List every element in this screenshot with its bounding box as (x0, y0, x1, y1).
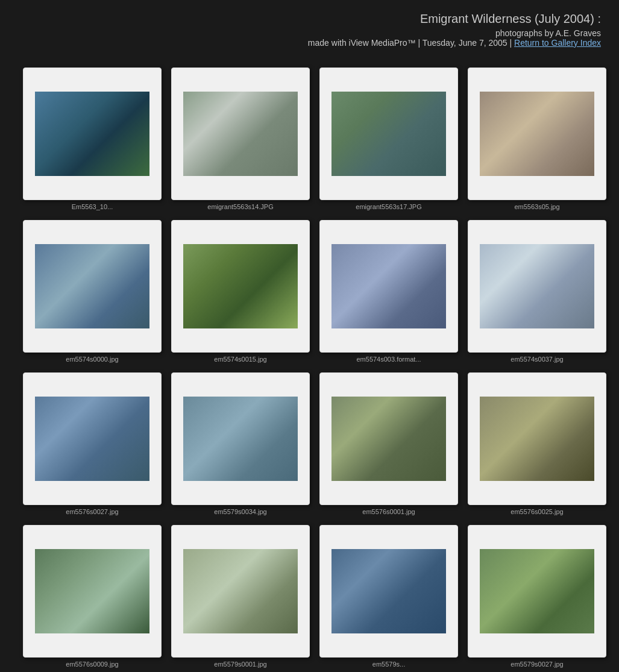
photo-thumbnail (35, 549, 149, 633)
photo-filename: em5579s0001.jpg (214, 661, 266, 668)
photo-thumbnail (480, 244, 594, 328)
gallery-cell[interactable]: em5576s0001.jpg (315, 368, 463, 520)
photo-filename: em5574s0015.jpg (214, 356, 266, 363)
photo-frame[interactable] (23, 220, 162, 353)
photo-frame[interactable] (319, 220, 458, 353)
photo-filename: Em5563_10... (72, 203, 113, 210)
photo-frame[interactable] (319, 68, 458, 200)
photo-filename: em5574s0000.jpg (66, 356, 118, 363)
photographer-credit: photographs by A.E. Graves (495, 28, 601, 38)
photo-filename: emigrant5563s17.JPG (356, 203, 421, 210)
photo-filename: em5579s0034.jpg (214, 508, 266, 515)
gallery-cell[interactable]: em5574s0037.jpg (463, 215, 611, 368)
photo-filename: em5576s0025.jpg (511, 508, 563, 515)
gallery-cell[interactable]: em5574s003.format... (315, 215, 463, 368)
gallery-cell[interactable]: Em5563_10... (18, 63, 166, 215)
photo-frame[interactable] (171, 68, 310, 200)
gallery-cell[interactable]: emigrant5563s17.JPG (315, 63, 463, 215)
photo-filename: em5563s05.jpg (514, 203, 559, 210)
photo-thumbnail (183, 92, 298, 176)
gallery-cell[interactable]: em5579s0027.jpg (463, 520, 611, 672)
photo-frame[interactable] (319, 525, 458, 658)
photo-frame[interactable] (171, 525, 310, 658)
photo-frame[interactable] (23, 525, 162, 658)
gallery-cell[interactable]: em5563s05.jpg (463, 63, 611, 215)
photo-thumbnail (331, 397, 446, 481)
photo-filename: em5579s... (372, 661, 405, 668)
photo-frame[interactable] (468, 525, 606, 658)
photo-thumbnail (183, 549, 298, 633)
photo-thumbnail (480, 92, 594, 176)
photo-frame[interactable] (468, 68, 606, 200)
gallery-cell[interactable]: em5576s0009.jpg (18, 520, 166, 672)
page-header: Emigrant Wilderness (July 2004) : photog… (0, 0, 619, 57)
photo-thumbnail (183, 244, 298, 328)
photo-filename: em5574s003.format... (356, 356, 421, 363)
photo-frame[interactable] (319, 372, 458, 505)
gallery-cell[interactable]: emigrant5563s14.JPG (166, 63, 315, 215)
gallery-subtitle: photographs by A.E. Graves made with iVi… (18, 28, 601, 48)
photo-thumbnail (35, 244, 149, 328)
photo-frame[interactable] (171, 372, 310, 505)
gallery-cell[interactable]: em5579s... (315, 520, 463, 672)
gallery-title: Emigrant Wilderness (July 2004) : (18, 12, 601, 26)
photo-thumbnail (35, 92, 149, 176)
gallery-meta: made with iView MediaPro™ | Tuesday, Jun… (308, 38, 512, 48)
photo-thumbnail (331, 244, 446, 328)
photo-filename: em5576s0001.jpg (362, 508, 415, 515)
photo-frame[interactable] (171, 220, 310, 353)
gallery-cell[interactable]: em5574s0000.jpg (18, 215, 166, 368)
photo-thumbnail (35, 397, 149, 481)
photo-filename: em5574s0037.jpg (511, 356, 563, 363)
photo-thumbnail (183, 397, 298, 481)
gallery-cell[interactable]: em5579s0034.jpg (166, 368, 315, 520)
photo-frame[interactable] (23, 68, 162, 200)
photo-filename: em5576s0027.jpg (66, 508, 118, 515)
photo-filename: emigrant5563s14.JPG (207, 203, 273, 210)
gallery-cell[interactable]: em5576s0027.jpg (18, 368, 166, 520)
photo-filename: em5576s0009.jpg (66, 661, 118, 668)
photo-thumbnail (331, 549, 446, 633)
gallery-cell[interactable]: em5576s0025.jpg (463, 368, 611, 520)
gallery-cell[interactable]: em5579s0001.jpg (166, 520, 315, 672)
photo-thumbnail (331, 92, 446, 176)
gallery-index-link[interactable]: Return to Gallery Index (514, 38, 601, 48)
photo-frame[interactable] (23, 372, 162, 505)
gallery-cell[interactable]: em5574s0015.jpg (166, 215, 315, 368)
photo-thumbnail (480, 397, 594, 481)
photo-thumbnail (480, 549, 594, 633)
photo-frame[interactable] (468, 220, 606, 353)
photo-frame[interactable] (468, 372, 606, 505)
photo-filename: em5579s0027.jpg (511, 661, 563, 668)
photo-gallery: Em5563_10...emigrant5563s14.JPGemigrant5… (0, 57, 619, 672)
